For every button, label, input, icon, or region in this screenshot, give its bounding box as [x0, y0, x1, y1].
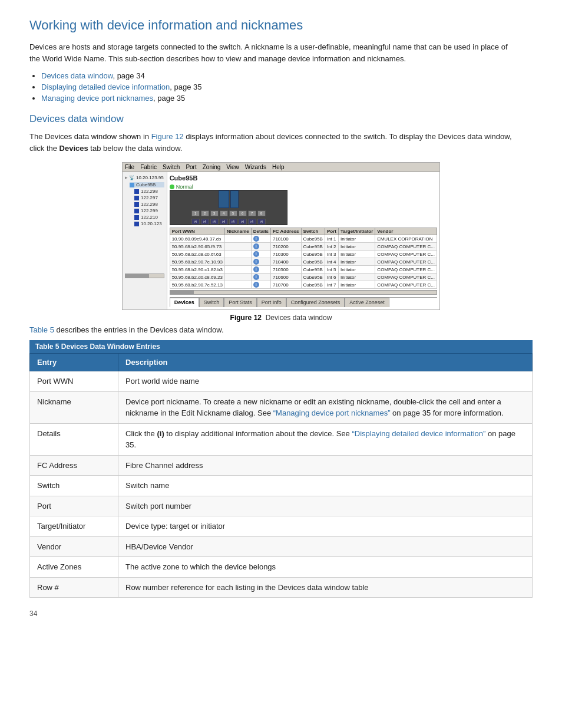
data-table-title: Table 5 Devices Data Window Entries	[29, 340, 533, 353]
col-vendor: Vendor	[375, 228, 437, 235]
table5-link[interactable]: Table 5	[29, 325, 54, 334]
sidebar-122298-1[interactable]: 122.298	[134, 189, 164, 194]
sidebar-122210[interactable]: 122.210	[134, 215, 164, 220]
description-cell: Switch port number	[118, 496, 533, 516]
devices-table-wrap: Port WWN Nickname Details FC Address Swi…	[170, 228, 437, 289]
page-title: Working with device information and nick…	[29, 18, 533, 33]
table-row: 50.95.68.b2.d8.c0.6f.63 i 710300 Cube95B…	[170, 251, 437, 258]
tab-configured-zonesets[interactable]: Configured Zonesets	[286, 298, 345, 307]
sidebar-cube95b[interactable]: Cube95B	[130, 182, 164, 187]
table-row: 10.90.60.09c9.49.37.cb i 710100 Cube95B …	[170, 235, 437, 243]
switch-name-label: Cube95B	[170, 174, 198, 182]
data-table-row: Active ZonesThe active zone to which the…	[30, 557, 533, 578]
tab-portstats[interactable]: Port Stats	[224, 298, 257, 307]
switch-status: Normal	[170, 184, 437, 190]
entry-cell: Vendor	[30, 536, 118, 557]
bullet-item-3: Managing device port nicknames, page 35	[41, 94, 533, 103]
table-row: 50.95.68.b2.90.c1.82.b3 i 710500 Cube95B…	[170, 266, 437, 274]
tab-switch[interactable]: Switch	[199, 298, 224, 307]
intro-paragraph: Devices are hosts and storage targets co…	[29, 41, 513, 64]
bullet-item-1: Devices data window, page 34	[41, 71, 533, 80]
switch-graphic: 1 2 3 4 5 6 7 8 i4 i4 i4 i4 i4 i4 i4	[170, 190, 287, 225]
entry-cell: Row #	[30, 577, 118, 598]
menu-fabric[interactable]: Fabric	[140, 164, 157, 170]
table-row: 50.95.68.b2.90.65.f9.73 i 710200 Cube95B…	[170, 243, 437, 251]
data-table-header-entry: Entry	[30, 354, 118, 371]
sidebar-122297[interactable]: 122.297	[134, 195, 164, 200]
description-cell: Port world wide name	[118, 371, 533, 392]
description-cell: HBA/Device Vendor	[118, 536, 533, 557]
tab-active-zoneset[interactable]: Active Zoneset	[345, 298, 389, 307]
table-row: 50.95.68.b2.90.7c.52.13 i 710700 Cube95B…	[170, 281, 437, 289]
data-table-row: Port WWNPort world wide name	[30, 371, 533, 392]
entry-cell: Details	[30, 423, 118, 455]
screenshot-sidebar: ▸ 📡 10.20.123.95 Cube95B 122.298 122.297	[123, 172, 167, 309]
screenshot-content: ▸ 📡 10.20.123.95 Cube95B 122.298 122.297	[123, 172, 439, 309]
entry-cell: FC Address	[30, 455, 118, 476]
bullet-list: Devices data window, page 34 Displaying …	[41, 71, 533, 103]
entry-cell: Port	[30, 496, 118, 516]
col-port: Port	[325, 228, 338, 235]
devices-table: Port WWN Nickname Details FC Address Swi…	[170, 228, 437, 289]
sidebar-122298-2[interactable]: 122.298	[134, 202, 164, 207]
bullet-item-2: Displaying detailed device information, …	[41, 83, 533, 91]
screenshot-menubar: File Fabric Switch Port Zoning View Wiza…	[123, 163, 439, 172]
description-cell: Device type: target or initiator	[118, 516, 533, 537]
detailed-device-info-link[interactable]: Displaying detailed device information	[41, 83, 170, 91]
screenshot-main: Cube95B Normal 1 2 3 4 5 6	[167, 172, 439, 309]
port-row-2: i4 i4 i4 i4 i4 i4 i4 i4	[191, 219, 266, 225]
description-cell: Click the (i) to display additional info…	[118, 423, 533, 455]
managing-nicknames-link[interactable]: Managing device port nicknames	[41, 94, 153, 103]
devices-data-window-link[interactable]: Devices data window	[41, 71, 113, 80]
menu-view[interactable]: View	[226, 164, 239, 170]
main-scrollbar[interactable]	[170, 290, 437, 295]
menu-zoning[interactable]: Zoning	[203, 164, 221, 170]
tab-portinfo[interactable]: Port Info	[257, 298, 286, 307]
sidebar-10201123[interactable]: 10.20.123	[134, 221, 164, 226]
menu-file[interactable]: File	[125, 164, 134, 170]
menu-wizards[interactable]: Wizards	[245, 164, 266, 170]
description-cell: Device port nickname. To create a new ni…	[118, 391, 533, 423]
data-table-row: FC AddressFibre Channel address	[30, 455, 533, 476]
data-table-row: NicknameDevice port nickname. To create …	[30, 391, 533, 423]
col-portwwn: Port WWN	[170, 228, 224, 235]
data-table-row: Row #Row number reference for each listi…	[30, 577, 533, 598]
col-details: Details	[251, 228, 270, 235]
menu-port[interactable]: Port	[186, 164, 196, 170]
data-table-header-description: Description	[118, 354, 533, 371]
figure-caption: Figure 12 Devices data window	[29, 314, 533, 322]
data-table-row: PortSwitch port number	[30, 496, 533, 516]
description-cell: Switch name	[118, 476, 533, 496]
sidebar-root-item: ▸ 📡 10.20.123.95	[125, 174, 164, 180]
col-switch: Switch	[301, 228, 325, 235]
menu-switch[interactable]: Switch	[163, 164, 180, 170]
menu-help[interactable]: Help	[272, 164, 285, 170]
col-targetinitiator: Target/Initiator	[338, 228, 375, 235]
entry-cell: Nickname	[30, 391, 118, 423]
port-row-1: 1 2 3 4 5 6 7 8	[191, 210, 266, 216]
entry-cell: Target/Initiator	[30, 516, 118, 537]
data-table-container: Table 5 Devices Data Window Entries Entr…	[29, 340, 533, 598]
sidebar-122299[interactable]: 122.299	[134, 208, 164, 213]
entry-cell: Switch	[30, 476, 118, 496]
table-row: 50.95.68.b2.d0.c8.69.23 i 710600 Cube95B…	[170, 274, 437, 281]
screenshot-tabs: Devices Switch Port Stats Port Info Conf…	[170, 297, 437, 307]
figure12-link[interactable]: Figure 12	[151, 132, 184, 141]
description-cell: The active zone to which the device belo…	[118, 557, 533, 578]
data-table: Entry Description Port WWNPort world wid…	[29, 353, 533, 598]
sidebar-scrollbar[interactable]	[125, 274, 164, 278]
col-fcaddress: FC Address	[270, 228, 301, 235]
data-table-row: SwitchSwitch name	[30, 476, 533, 496]
table-description: Table 5 describes the entries in the Dev…	[29, 325, 533, 334]
switch-header: Cube95B	[170, 174, 437, 182]
status-green-icon	[170, 185, 174, 189]
displaying-detail-desc-link[interactable]: “Displaying detailed device information”	[352, 429, 485, 438]
data-table-row: DetailsClick the (i) to display addition…	[30, 423, 533, 455]
screenshot-figure: File Fabric Switch Port Zoning View Wiza…	[122, 162, 440, 310]
tab-devices[interactable]: Devices	[170, 298, 199, 307]
page-number: 34	[29, 610, 533, 618]
entry-cell: Active Zones	[30, 557, 118, 578]
description-cell: Fibre Channel address	[118, 455, 533, 476]
entry-cell: Port WWN	[30, 371, 118, 392]
managing-nicknames-desc-link[interactable]: “Managing device port nicknames”	[273, 409, 391, 417]
